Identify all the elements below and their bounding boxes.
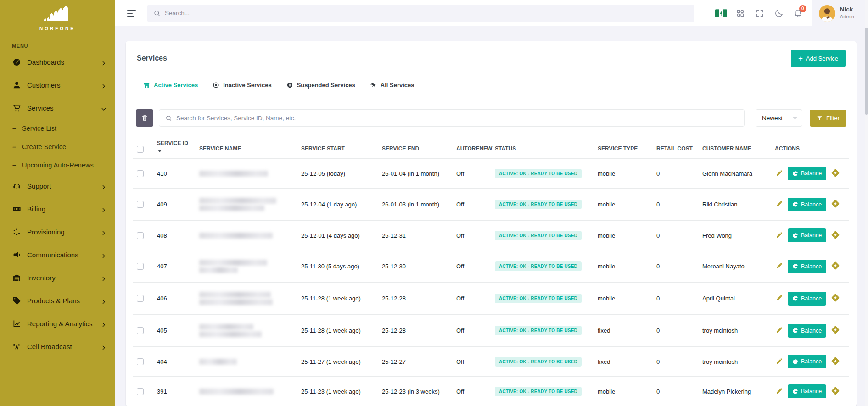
sidebar-item-label: Inventory: [27, 274, 93, 282]
balance-button[interactable]: Balance: [788, 355, 826, 368]
sidebar-subitem-create-service[interactable]: –Create Service: [0, 138, 115, 156]
scrollbar-thumb[interactable]: [865, 28, 868, 115]
directions-button[interactable]: [830, 356, 841, 368]
balance-button[interactable]: Balance: [788, 198, 826, 211]
global-search-input[interactable]: [165, 10, 689, 17]
chevron-down-icon: [99, 105, 108, 114]
service-name-redacted: [196, 221, 297, 250]
service-start: 25-11-28 (1 week ago): [297, 283, 378, 315]
dash-bullet: –: [12, 161, 16, 169]
chevron-right-icon: [99, 82, 108, 91]
directions-button[interactable]: [830, 260, 841, 273]
sidebar-subitem-service-list[interactable]: –Service List: [0, 119, 115, 138]
row-checkbox[interactable]: [137, 232, 144, 239]
sidebar-subitem-upcoming-auto-renews[interactable]: –Upcoming Auto-Renews: [0, 156, 115, 174]
sidebar-item-services[interactable]: Services: [0, 96, 115, 119]
table-search-input[interactable]: [176, 115, 738, 122]
directions-button[interactable]: [830, 385, 841, 398]
cart-icon: [12, 103, 21, 112]
sidebar-item-customers[interactable]: Customers: [0, 73, 115, 96]
edit-button[interactable]: [775, 168, 784, 179]
directions-button[interactable]: [830, 324, 841, 337]
diamond-arrow-icon: [830, 324, 841, 335]
balance-button[interactable]: Balance: [788, 167, 826, 180]
row-checkbox[interactable]: [137, 201, 144, 208]
row-checkbox[interactable]: [137, 388, 144, 395]
hamburger-menu-button[interactable]: [124, 5, 141, 22]
add-service-button[interactable]: + Add Service: [791, 50, 846, 67]
sidebar-item-reporting-analytics[interactable]: Reporting & Analytics: [0, 312, 115, 335]
tab-suspended-services[interactable]: Suspended Services: [279, 77, 363, 95]
apps-grid-button[interactable]: [731, 4, 750, 23]
column-label: SERVICE TYPE: [598, 145, 638, 152]
edit-button[interactable]: [775, 386, 784, 397]
sort-desc-icon[interactable]: [158, 150, 162, 152]
language-flag-button[interactable]: [711, 4, 731, 23]
edit-button[interactable]: [775, 230, 784, 241]
notifications-button[interactable]: 0: [789, 4, 808, 23]
delete-selected-button[interactable]: [136, 109, 153, 127]
row-checkbox[interactable]: [137, 327, 144, 334]
services-table: SERVICE IDSERVICE NAMESERVICE STARTSERVI…: [133, 138, 849, 406]
dark-mode-button[interactable]: [769, 4, 789, 23]
row-checkbox[interactable]: [137, 295, 144, 302]
edit-button[interactable]: [775, 356, 784, 367]
edit-button[interactable]: [775, 325, 784, 336]
balance-button[interactable]: Balance: [788, 384, 826, 398]
sidebar-item-label: Communications: [27, 251, 93, 259]
row-checkbox[interactable]: [137, 263, 144, 270]
edit-button[interactable]: [775, 293, 784, 304]
sidebar-item-billing[interactable]: Billing: [0, 197, 115, 220]
sidebar-item-cell-broadcast[interactable]: Cell Broadcast: [0, 335, 115, 358]
sidebar-item-inventory[interactable]: Inventory: [0, 266, 115, 289]
edit-button[interactable]: [775, 261, 784, 272]
customer-name: troy mcintosh: [699, 347, 771, 377]
redacted-text: [199, 389, 274, 395]
sidebar-item-dashboards[interactable]: Dashboards: [0, 50, 115, 73]
user-menu[interactable]: Nick Admin: [812, 0, 868, 26]
cash-icon: [12, 204, 21, 213]
status-cell: ACTIVE: OK - READY TO BE USED: [491, 283, 594, 315]
fullscreen-button[interactable]: [750, 4, 769, 23]
status-badge: ACTIVE: OK - READY TO BE USED: [495, 169, 582, 178]
sort-select[interactable]: Newest: [756, 109, 802, 127]
tab-inactive-services[interactable]: Inactive Services: [205, 77, 279, 95]
row-checkbox[interactable]: [137, 170, 144, 177]
chevron-right-icon: [99, 274, 108, 284]
edit-button[interactable]: [775, 199, 784, 210]
page-title: Services: [137, 54, 167, 62]
directions-button[interactable]: [830, 292, 841, 305]
column-header-actions: ACTIONS: [771, 138, 849, 159]
handshake-icon: [370, 82, 377, 89]
select-all-checkbox[interactable]: [137, 146, 144, 153]
sidebar-item-label: Customers: [27, 81, 93, 89]
customer-name: Madelyn Pickering: [699, 377, 771, 406]
sidebar-item-communications[interactable]: Communications: [0, 243, 115, 266]
moon-icon: [774, 9, 784, 18]
tab-active-services[interactable]: Active Services: [136, 77, 205, 95]
service-start: 25-12-04 (1 day ago): [297, 189, 378, 221]
balance-label: Balance: [801, 263, 822, 270]
balance-button[interactable]: Balance: [788, 228, 826, 242]
balance-button[interactable]: Balance: [788, 292, 826, 306]
row-checkbox-cell: [133, 283, 153, 315]
balance-button[interactable]: Balance: [788, 260, 826, 273]
diamond-arrow-icon: [830, 167, 841, 178]
balance-label: Balance: [801, 358, 822, 365]
row-checkbox[interactable]: [137, 358, 144, 365]
directions-button[interactable]: [830, 229, 841, 242]
directions-button[interactable]: [830, 167, 841, 180]
dash-bullet: –: [12, 125, 16, 132]
tab-all-services[interactable]: All Services: [363, 77, 422, 95]
balance-button[interactable]: Balance: [788, 324, 826, 338]
retail-cost: 0: [653, 315, 699, 347]
sidebar-item-products-plans[interactable]: Products & Plans: [0, 289, 115, 312]
service-start: 25-11-23 (1 week ago): [297, 377, 378, 406]
sidebar-item-provisioning[interactable]: Provisioning: [0, 220, 115, 243]
directions-button[interactable]: [830, 198, 841, 211]
redacted-text: [199, 292, 271, 298]
sidebar-item-support[interactable]: Support: [0, 174, 115, 197]
column-label: SERVICE END: [382, 145, 419, 152]
sidebar-item-label: Reporting & Analytics: [27, 320, 93, 328]
filter-button[interactable]: Filter: [810, 110, 846, 127]
